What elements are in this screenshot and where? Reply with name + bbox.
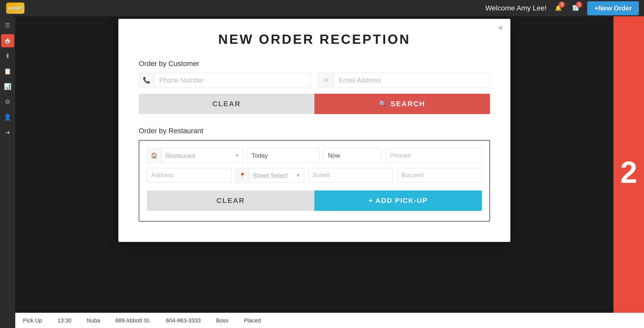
location-pin-icon: 📍: [236, 168, 249, 183]
time-input[interactable]: [324, 148, 382, 163]
bottom-col4: 689 Abbott St.: [115, 317, 150, 324]
sidebar-item-upload[interactable]: ⬆: [1, 49, 14, 63]
notification-badge[interactable]: 🔔 3: [553, 3, 564, 14]
customer-section-label: Order by Customer: [139, 60, 490, 68]
restaurant-buttons: CLEAR + ADD PICK-UP: [147, 190, 482, 211]
top-nav: wow! Welcome Amy Lee! 🔔 3 🔄 1 +New Order: [0, 0, 644, 16]
home-icon: 🏠: [147, 148, 161, 163]
alert-badge[interactable]: 🔄 1: [570, 3, 581, 14]
restaurant-row1: 🏠 Restaurant ▼ 📅 🕐: [147, 148, 482, 163]
sidebar-item-chart[interactable]: 📊: [1, 80, 14, 93]
customer-inputs: 📞 ✉: [139, 73, 490, 88]
bottom-col2: 13:30: [58, 317, 72, 324]
address-input[interactable]: [147, 168, 232, 182]
notif-count: 3: [559, 2, 565, 8]
modal-title: NEW ORDER RECEPTION: [139, 32, 490, 47]
sidebar-item-document[interactable]: 📋: [1, 65, 14, 78]
restaurant-select-group: 🏠 Restaurant ▼: [147, 148, 243, 163]
restaurant-select[interactable]: Restaurant: [161, 148, 231, 163]
bottom-bar: Pick Up 13:30 Nuba 689 Abbott St. 604-96…: [15, 313, 644, 328]
customer-section: Order by Customer 📞 ✉ CLEAR 🔍 SEARCH: [139, 60, 490, 114]
customer-buttons: CLEAR 🔍 SEARCH: [139, 94, 490, 114]
nav-right: Welcome Amy Lee! 🔔 3 🔄 1 +New Order: [485, 1, 639, 15]
restaurant-clear-button[interactable]: CLEAR: [147, 190, 314, 211]
restaurant-box: 🏠 Restaurant ▼ 📅 🕐: [139, 140, 490, 222]
side-panel: 2: [613, 16, 644, 328]
add-pickup-button[interactable]: + ADD PICK-UP: [314, 190, 482, 211]
welcome-text: Welcome Amy Lee!: [485, 4, 547, 12]
restaurant-phone-input[interactable]: [386, 148, 482, 163]
phone-icon: 📞: [139, 73, 154, 87]
chevron-down-icon: ▼: [231, 153, 243, 158]
logo-image: wow!: [6, 3, 24, 14]
logo: wow!: [5, 2, 25, 14]
sidebar-item-user[interactable]: 👤: [1, 111, 14, 124]
street-select[interactable]: Street Select: [249, 168, 292, 183]
time-input-group: 🕐: [324, 148, 382, 163]
side-panel-number: 2: [620, 155, 637, 190]
sidebar: ☰ 🏠 ⬆ 📋 📊 ⚙ 👤 ➜: [0, 16, 15, 328]
suite-input[interactable]: [308, 168, 393, 182]
bottom-col7: Placed: [244, 317, 261, 324]
new-order-button[interactable]: +New Order: [587, 1, 639, 15]
street-select-group: 📍 Street Select ▼: [236, 168, 304, 183]
email-input-group: ✉: [318, 73, 490, 88]
modal-overlay: × NEW ORDER RECEPTION Order by Customer …: [15, 16, 613, 313]
modal-close-button[interactable]: ×: [498, 24, 503, 32]
search-icon: 🔍: [379, 100, 387, 107]
sidebar-item-menu[interactable]: ☰: [1, 19, 14, 32]
sidebar-item-arrow[interactable]: ➜: [1, 126, 14, 139]
sidebar-item-settings[interactable]: ⚙: [1, 95, 14, 108]
search-label: SEARCH: [390, 100, 425, 108]
phone-input[interactable]: [154, 73, 310, 87]
date-input[interactable]: [247, 148, 319, 163]
sidebar-item-home[interactable]: 🏠: [1, 34, 14, 47]
street-chevron-down-icon: ▼: [292, 173, 304, 178]
email-input[interactable]: [334, 73, 490, 87]
modal: × NEW ORDER RECEPTION Order by Customer …: [118, 19, 510, 242]
restaurant-row2: 📍 Street Select ▼: [147, 168, 482, 183]
date-input-group: 📅: [247, 148, 319, 163]
customer-clear-button[interactable]: CLEAR: [139, 94, 314, 114]
alert-count: 1: [576, 2, 582, 8]
buzzer-input[interactable]: [397, 168, 482, 182]
restaurant-phone-group: [386, 148, 482, 163]
customer-search-button[interactable]: 🔍 SEARCH: [314, 94, 490, 114]
bottom-col6: Boss: [216, 317, 229, 324]
email-icon: ✉: [318, 73, 334, 87]
restaurant-section-label: Order by Restaurant: [139, 127, 490, 135]
bottom-col3: Nuba: [87, 317, 100, 324]
restaurant-section: Order by Restaurant 🏠 Restaurant ▼ 📅: [139, 127, 490, 222]
phone-input-group: 📞: [139, 73, 311, 88]
bottom-col1: Pick Up: [23, 317, 42, 324]
bottom-col5: 604-963-3333: [166, 317, 201, 324]
